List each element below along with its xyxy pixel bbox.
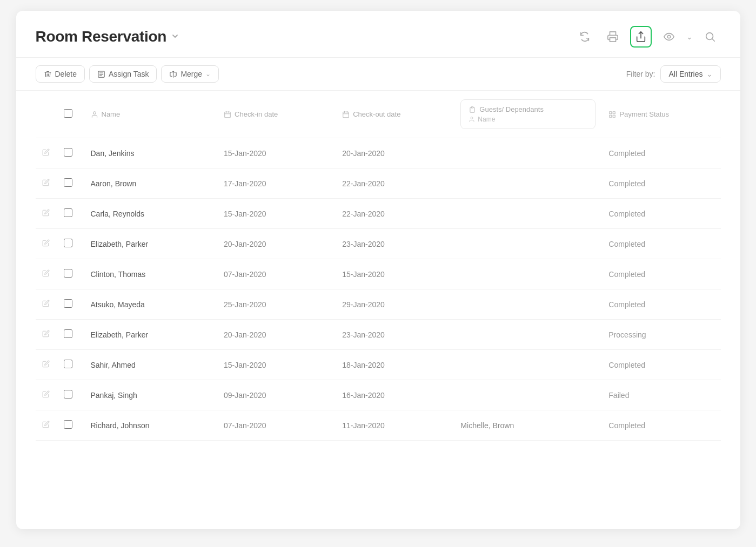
row-checkbox[interactable]: [64, 360, 72, 368]
row-checkbox[interactable]: [64, 420, 72, 429]
row-checkbox-cell: [57, 259, 84, 289]
select-all-checkbox[interactable]: [64, 109, 72, 118]
header-actions: ⌄: [574, 26, 721, 48]
merge-label: Merge: [180, 70, 202, 78]
row-name: Richard, Johnson: [84, 410, 218, 441]
row-checkbox-cell: [57, 229, 84, 259]
th-payment: Payment Status: [602, 91, 720, 138]
row-payment-status: Completed: [602, 199, 720, 229]
row-payment-status: Completed: [602, 350, 720, 380]
share-button[interactable]: [630, 26, 652, 48]
row-edit-icon[interactable]: [42, 300, 50, 309]
view-button[interactable]: [658, 26, 680, 48]
row-checkbox-cell: [57, 380, 84, 410]
svg-rect-24: [613, 115, 615, 117]
header-left: Room Reservation: [36, 28, 180, 45]
filter-select[interactable]: All Entries ⌄: [660, 65, 720, 83]
row-guests: [454, 138, 602, 168]
edit-cell: [36, 199, 57, 229]
svg-rect-23: [610, 115, 612, 117]
row-checkbox-cell: [57, 168, 84, 199]
row-checkin: 07-Jan-2020: [217, 410, 336, 441]
table-row: Atsuko, Mayeda 25-Jan-2020 29-Jan-2020 C…: [36, 289, 721, 320]
edit-cell: [36, 138, 57, 168]
row-edit-icon[interactable]: [42, 421, 50, 430]
row-payment-status: Failed: [602, 380, 720, 410]
row-payment-status: Completed: [602, 259, 720, 289]
row-payment-status: Completed: [602, 229, 720, 259]
search-button[interactable]: [699, 26, 721, 48]
row-checkbox[interactable]: [64, 329, 72, 338]
row-payment-status: Processing: [602, 320, 720, 350]
row-checkbox-cell: [57, 289, 84, 320]
header: Room Reservation: [16, 11, 740, 58]
edit-cell: [36, 259, 57, 289]
row-edit-icon[interactable]: [42, 148, 50, 158]
row-guests: [454, 350, 602, 380]
row-checkbox-cell: [57, 199, 84, 229]
row-name: Elizabeth, Parker: [84, 229, 218, 259]
app-container: Room Reservation: [16, 11, 740, 529]
row-edit-icon[interactable]: [42, 239, 50, 248]
row-edit-icon[interactable]: [42, 179, 50, 188]
svg-point-10: [93, 111, 96, 114]
svg-rect-0: [610, 38, 615, 42]
toolbar-right: Filter by: All Entries ⌄: [626, 65, 721, 83]
row-checkbox[interactable]: [64, 208, 72, 217]
row-edit-icon[interactable]: [42, 269, 50, 279]
row-checkout: 20-Jan-2020: [336, 138, 454, 168]
row-checkin: 20-Jan-2020: [217, 229, 336, 259]
row-checkbox[interactable]: [64, 269, 72, 278]
row-checkbox[interactable]: [64, 239, 72, 247]
row-checkbox[interactable]: [64, 390, 72, 399]
row-guests: [454, 168, 602, 199]
edit-cell: [36, 320, 57, 350]
row-payment-status: Completed: [602, 168, 720, 199]
row-guests: Michelle, Brown: [454, 410, 602, 441]
row-guests: [454, 199, 602, 229]
row-checkin: 15-Jan-2020: [217, 350, 336, 380]
row-edit-icon[interactable]: [42, 209, 50, 218]
list-icon: [97, 70, 105, 78]
assign-task-label: Assign Task: [109, 70, 149, 78]
trash-icon: [44, 70, 52, 78]
calendar-checkout-icon: [342, 111, 350, 118]
merge-button[interactable]: Merge ⌄: [161, 65, 219, 83]
print-button[interactable]: [602, 26, 624, 48]
toolbar-left: Delete Assign Task Merge: [36, 65, 219, 83]
row-checkbox[interactable]: [64, 299, 72, 308]
table-row: Pankaj, Singh 09-Jan-2020 16-Jan-2020 Fa…: [36, 380, 721, 410]
row-checkout: 11-Jan-2020: [336, 410, 454, 441]
row-name: Sahir, Ahmed: [84, 350, 218, 380]
row-payment-status: Completed: [602, 289, 720, 320]
row-guests: [454, 320, 602, 350]
grid-icon: [608, 111, 616, 118]
svg-rect-22: [613, 111, 615, 113]
table-row: Elizabeth, Parker 20-Jan-2020 23-Jan-202…: [36, 229, 721, 259]
svg-point-20: [471, 117, 473, 119]
assign-task-button[interactable]: Assign Task: [89, 65, 157, 83]
row-checkin: 09-Jan-2020: [217, 380, 336, 410]
row-edit-icon[interactable]: [42, 390, 50, 400]
th-checkout-label: Check-out date: [353, 110, 400, 118]
row-name: Atsuko, Mayeda: [84, 289, 218, 320]
edit-cell: [36, 350, 57, 380]
reservations-table: Name Check-in date: [36, 91, 721, 441]
row-edit-icon[interactable]: [42, 360, 50, 369]
title-dropdown-icon[interactable]: [171, 32, 179, 42]
refresh-button[interactable]: [574, 26, 596, 48]
row-checkbox[interactable]: [64, 178, 72, 187]
edit-cell: [36, 229, 57, 259]
row-name: Carla, Reynolds: [84, 199, 218, 229]
table-row: Sahir, Ahmed 15-Jan-2020 18-Jan-2020 Com…: [36, 350, 721, 380]
row-edit-icon[interactable]: [42, 330, 50, 339]
row-payment-status: Completed: [602, 410, 720, 441]
delete-button[interactable]: Delete: [36, 65, 85, 83]
th-name-label: Name: [102, 110, 121, 118]
row-checkbox[interactable]: [64, 148, 72, 157]
row-checkout: 18-Jan-2020: [336, 350, 454, 380]
th-checkbox: [57, 91, 84, 138]
row-checkout: 22-Jan-2020: [336, 168, 454, 199]
row-checkbox-cell: [57, 320, 84, 350]
row-checkin: 20-Jan-2020: [217, 320, 336, 350]
